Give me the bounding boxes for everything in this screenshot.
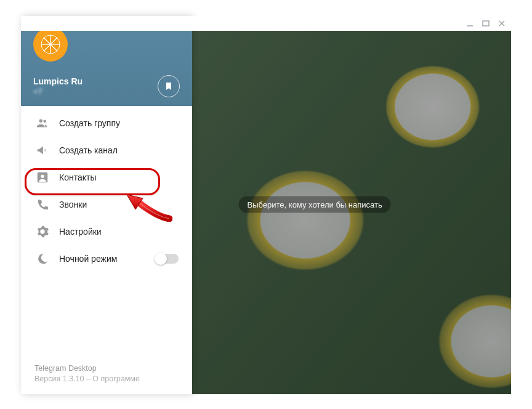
avatar[interactable] [33,27,68,62]
night-mode-toggle[interactable] [155,254,192,264]
menu-item-contacts[interactable]: Контакты [21,164,192,191]
svg-rect-0 [483,21,489,26]
gear-icon [36,225,59,238]
menu-list: Создать группу Создать канал Контакты [21,110,192,272]
svg-point-8 [41,174,44,178]
moon-icon [36,252,59,265]
menu-item-label: Контакты [59,172,192,182]
bookmark-icon [164,81,174,91]
profile-phone: +7 [33,87,83,96]
empty-chat-hint: Выберите, кому хотели бы написать [239,196,391,213]
profile-name: Lumpics Ru [33,76,83,87]
menu-body: Создать группу Создать канал Контакты [21,106,192,394]
sidebar-footer: Telegram Desktop Версия 1.3.10 – О прогр… [21,364,192,394]
app-version-label[interactable]: Версия 1.3.10 – О программе [34,375,179,383]
toggle-switch [155,254,179,264]
window-titlebar [21,16,511,31]
menu-item-new-channel[interactable]: Создать канал [21,137,192,164]
menu-item-night-mode[interactable]: Ночной режим [21,245,192,272]
menu-item-new-group[interactable]: Создать группу [21,110,192,137]
main-menu-sidebar: Lumpics Ru +7 Создать группу [21,16,192,394]
avatar-orange-icon [38,32,63,57]
profile-info: Lumpics Ru +7 [33,76,83,96]
phone-icon [36,198,59,211]
window-close-button[interactable] [496,18,507,29]
menu-item-label: Ночной режим [59,254,155,264]
contact-icon [36,171,59,184]
menu-item-calls[interactable]: Звонки [21,191,192,218]
window-maximize-button[interactable] [480,18,491,29]
group-icon [36,116,59,130]
menu-item-label: Звонки [59,200,192,209]
megaphone-icon [36,144,59,157]
menu-item-label: Создать группу [59,118,192,128]
menu-item-label: Настройки [59,227,192,237]
menu-item-label: Создать канал [59,145,192,155]
empty-chat-hint-text: Выберите, кому хотели бы написать [239,196,391,213]
app-window: Выберите, кому хотели бы написать [0,0,532,409]
window-minimize-button[interactable] [464,18,475,29]
saved-messages-button[interactable] [158,75,180,97]
app-name-label: Telegram Desktop [34,364,179,373]
menu-item-settings[interactable]: Настройки [21,218,192,245]
